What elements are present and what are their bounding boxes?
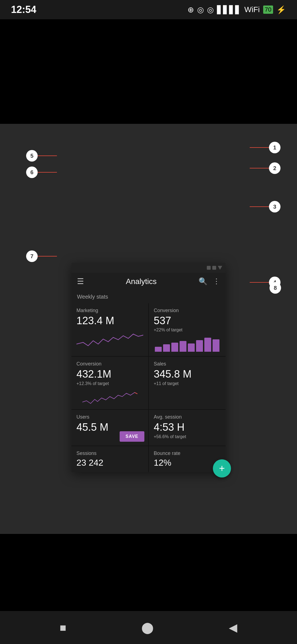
- marketing-label: Marketing: [76, 308, 143, 313]
- conversion-top-value: 537: [154, 315, 221, 327]
- annotation-line-5: [38, 155, 57, 156]
- annotation-7: 7: [26, 250, 38, 262]
- black-top-area: [0, 19, 297, 124]
- more-icon[interactable]: ⋮: [213, 277, 220, 286]
- dot-2: [212, 266, 216, 270]
- signal-bars-icon: ▋▋▋▋: [217, 5, 241, 14]
- bar-1: [155, 347, 162, 352]
- wifi-icon: WiFi: [244, 5, 260, 14]
- status-bar: 12:54 ⊕ ◎ ◎ ▋▋▋▋ WiFi 70 ⚡: [0, 0, 297, 19]
- conversion-line-chart: [76, 388, 143, 405]
- annotation-2: 2: [269, 162, 280, 174]
- marketing-chart: [76, 326, 143, 352]
- conversion-bottom-value: 432.1M: [76, 369, 143, 380]
- annotation-1: 1: [269, 142, 280, 153]
- annotation-8: 8: [270, 282, 281, 294]
- status-time: 12:54: [11, 4, 36, 15]
- whatsapp-icon: ⊕: [188, 5, 194, 14]
- phone-mockup: ☰ Analytics 🔍 ⋮ Weekly stats Marketing 1…: [72, 263, 226, 472]
- dot-triangle: [218, 266, 222, 270]
- avg-session-target: +56.6% of target: [154, 434, 221, 439]
- avg-session-value: 4:53 H: [154, 422, 221, 433]
- bar-4: [180, 341, 186, 352]
- sales-card: Sales 345.8 M +11 of target: [149, 357, 226, 409]
- annotation-5: 5: [26, 150, 38, 162]
- marketing-card: Marketing 123.4 M: [72, 303, 148, 356]
- bar-8: [213, 339, 219, 352]
- stop-button[interactable]: ■: [60, 621, 66, 634]
- conversion-line-svg: [76, 388, 143, 405]
- hamburger-icon[interactable]: ☰: [77, 277, 84, 286]
- users-card: Users 45.5 M SAVE: [72, 410, 148, 446]
- weekly-stats-label: Weekly stats: [72, 290, 226, 303]
- users-label: Users: [76, 414, 143, 420]
- bar-7: [204, 338, 211, 352]
- header-icons: 🔍 ⋮: [199, 277, 220, 286]
- bar-6: [196, 340, 203, 352]
- conversion-top-target: +22% of target: [154, 328, 221, 332]
- sessions-label: Sessions: [76, 451, 143, 456]
- app-title: Analytics: [88, 277, 194, 286]
- annotation-line-4: [250, 282, 269, 283]
- fab-container: +: [213, 459, 231, 477]
- avg-session-label: Avg. session: [154, 414, 221, 420]
- bar-5: [188, 343, 195, 352]
- fab-button[interactable]: +: [213, 459, 231, 477]
- conversion-bottom-target: +12.3% of target: [76, 381, 143, 386]
- conversion-top-label: Conversion: [154, 308, 221, 313]
- search-icon[interactable]: 🔍: [199, 277, 207, 286]
- bounce-rate-value: 12%: [154, 458, 221, 468]
- status-icons: ⊕ ◎ ◎ ▋▋▋▋ WiFi 70 ⚡: [188, 5, 286, 14]
- conversion-bottom-card: Conversion 432.1M +12.3% of target: [72, 357, 148, 409]
- dot-1: [207, 266, 211, 270]
- bounce-rate-card: Bounce rate 12% +: [149, 446, 226, 472]
- annotation-line-3: [250, 206, 269, 207]
- sales-label: Sales: [154, 361, 221, 367]
- signal-icon-1: ◎: [197, 5, 204, 14]
- sales-value: 345.8 M: [154, 369, 221, 380]
- annotation-3: 3: [269, 201, 280, 212]
- back-button[interactable]: ◀: [229, 621, 237, 634]
- bar-2: [163, 344, 170, 352]
- save-button[interactable]: SAVE: [120, 431, 144, 442]
- conversion-top-card: Conversion 537 +22% of target: [149, 303, 226, 356]
- bounce-rate-label: Bounce rate: [154, 451, 221, 456]
- annotation-line-2: [250, 168, 269, 168]
- annotation-line-1: [250, 147, 269, 148]
- battery-icon: 70: [263, 6, 273, 14]
- conversion-bottom-label: Conversion: [76, 361, 143, 367]
- signal-icon-2: ◎: [207, 5, 214, 14]
- avg-session-card: Avg. session 4:53 H +56.6% of target: [149, 410, 226, 446]
- annotation-line-6: [38, 172, 57, 173]
- conversion-bar-chart: [154, 335, 221, 352]
- sessions-card: Sessions 23 242: [72, 446, 148, 472]
- bottom-nav: ■ ⬤ ◀: [0, 611, 297, 644]
- home-button[interactable]: ⬤: [141, 621, 154, 634]
- bar-3: [171, 343, 178, 352]
- black-bottom-area: [0, 534, 297, 611]
- annotation-line-7: [38, 256, 57, 256]
- sales-target: +11 of target: [154, 381, 221, 386]
- charge-icon: ⚡: [276, 5, 286, 14]
- marketing-value: 123.4 M: [76, 315, 143, 327]
- sessions-value: 23 242: [76, 458, 143, 468]
- phone-top-bar: [72, 263, 226, 273]
- app-header: ☰ Analytics 🔍 ⋮: [72, 273, 226, 290]
- annotation-6: 6: [26, 167, 38, 178]
- stats-grid: Marketing 123.4 M Conversion 537 +22% of…: [72, 303, 226, 472]
